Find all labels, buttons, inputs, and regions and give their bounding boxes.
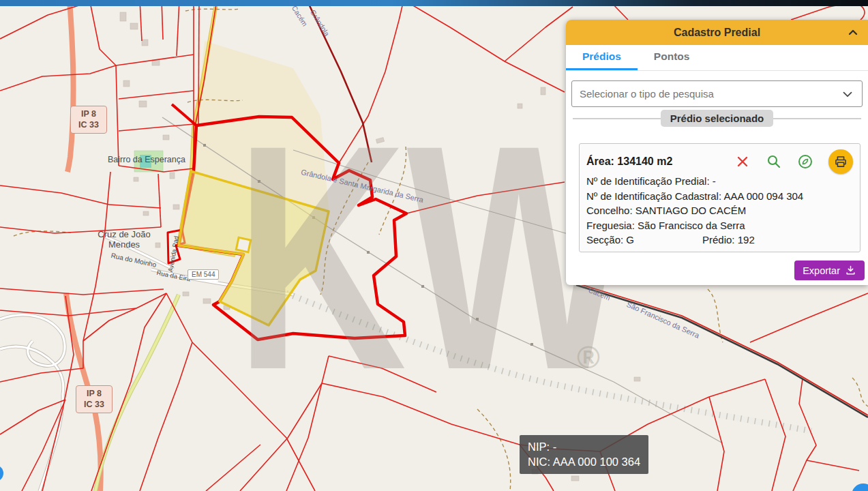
property-seccao: Secção: G bbox=[586, 233, 702, 248]
road-badge-em544: EM 544 bbox=[188, 269, 219, 280]
road-badge-ip8-ic33-north: IP 8 IC 33 bbox=[70, 106, 107, 134]
property-predio: Prédio: 192 bbox=[702, 233, 755, 248]
property-freguesia: Freguesia: São Francisco da Serra bbox=[586, 218, 853, 233]
locate-parcel-button[interactable] bbox=[797, 153, 813, 170]
tooltip-nip: NIP: - bbox=[528, 439, 640, 454]
export-row: Exportar bbox=[794, 261, 865, 280]
svg-text:®: ® bbox=[577, 340, 600, 375]
cadastro-predial-panel: Cadastro Predial Prédios Pontos Selecion… bbox=[566, 20, 868, 285]
tab-pontos[interactable]: Pontos bbox=[638, 45, 706, 70]
parcel-hover-tooltip: NIP: - NIC: AAA 000 100 364 bbox=[520, 435, 648, 474]
road-ref-ip8: IP 8 bbox=[71, 108, 106, 119]
property-id-cadastral: Nº de Identificação Cadastral: AAA 000 0… bbox=[586, 189, 853, 204]
window-top-bar bbox=[0, 0, 868, 6]
property-actions-row: Área: 134140 m2 bbox=[586, 149, 853, 174]
search-icon bbox=[766, 153, 782, 170]
panel-title: Cadastro Predial bbox=[674, 27, 760, 39]
road-ref-ic33: IC 33 bbox=[71, 119, 106, 130]
compass-icon bbox=[797, 153, 813, 170]
export-button[interactable]: Exportar bbox=[794, 261, 865, 280]
road-ref-ip8: IP 8 bbox=[76, 388, 112, 399]
search-type-placeholder: Selecionar o tipo de pesquisa bbox=[572, 88, 840, 100]
search-type-select[interactable]: Selecionar o tipo de pesquisa bbox=[571, 80, 863, 107]
panel-header[interactable]: Cadastro Predial bbox=[566, 20, 868, 45]
property-concelho: Concelho: SANTIAGO DO CACÉM bbox=[586, 203, 853, 218]
chevron-up-icon bbox=[845, 25, 861, 41]
property-info-card: Área: 134140 m2 bbox=[579, 143, 860, 252]
clear-selection-button[interactable] bbox=[734, 153, 751, 170]
zoom-to-parcel-button[interactable] bbox=[766, 153, 782, 170]
printer-icon bbox=[834, 155, 848, 168]
chevron-down-icon bbox=[840, 87, 855, 102]
section-pill-wrap: Prédio selecionado bbox=[566, 110, 868, 127]
close-icon bbox=[734, 153, 751, 170]
collapse-panel-button[interactable] bbox=[845, 25, 861, 41]
road-ref-ic33: IC 33 bbox=[76, 399, 112, 410]
tooltip-nic: NIC: AAA 000 100 364 bbox=[528, 454, 640, 469]
selected-property-label: Prédio selecionado bbox=[661, 110, 774, 127]
tab-predios[interactable]: Prédios bbox=[566, 45, 638, 70]
road-badge-ip8-ic33-south: IP 8 IC 33 bbox=[76, 385, 113, 413]
download-icon bbox=[845, 265, 856, 276]
export-label: Exportar bbox=[803, 265, 840, 276]
cadastro-map-app: KW ® Bairro da Esperança Cruz de João Me… bbox=[0, 0, 868, 491]
panel-tabs: Prédios Pontos bbox=[566, 45, 868, 71]
property-seccao-predio-row: Secção: G Prédio: 192 bbox=[586, 233, 853, 248]
property-area: Área: 134140 m2 bbox=[586, 155, 719, 168]
property-id-predial: Nº de Identificação Predial: - bbox=[586, 174, 853, 189]
print-button[interactable] bbox=[828, 149, 853, 174]
